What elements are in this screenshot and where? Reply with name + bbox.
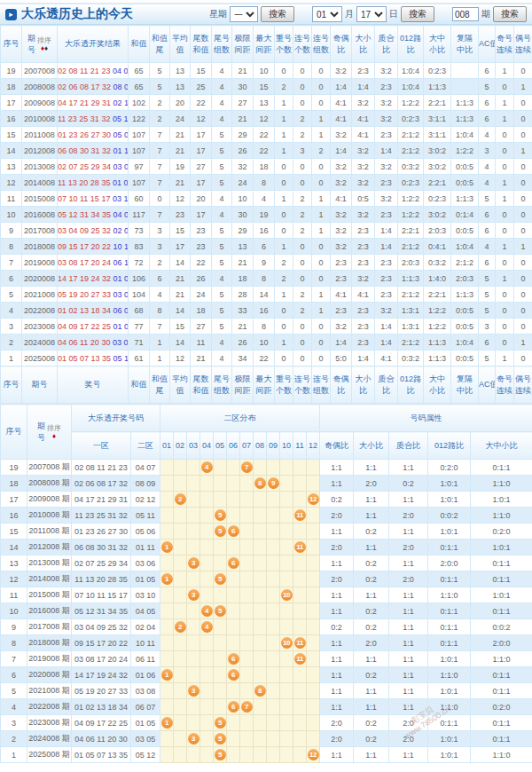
attr-cell: 0:1:1 — [471, 603, 532, 619]
number-ball: 3 — [188, 589, 200, 601]
stat-cell: 13 — [170, 79, 191, 95]
sort-desc-icon[interactable]: ♦ — [44, 44, 48, 52]
zone-cell — [280, 476, 293, 492]
zone-cell — [214, 460, 227, 476]
zone-cell — [240, 667, 254, 683]
front-zone-cell: 04 06 11 20 30 — [72, 731, 131, 747]
issue-cell: 2022008 期 — [27, 699, 72, 715]
sort-control[interactable]: 排序♦♦ — [37, 36, 51, 52]
zone-cell — [280, 603, 293, 619]
front-zone-numbers: 01 02 13 18 34 — [58, 306, 111, 315]
stat-cell: 3:2 — [375, 159, 398, 175]
zone-cell — [293, 683, 307, 699]
attr-cell: 1:1 — [389, 651, 428, 667]
zone-table-header-groups: 序号期号排序♦大乐透开奖号码二区分布号码属性 — [1, 405, 532, 432]
attr-header: 012路比 — [428, 432, 471, 460]
zone-cell-hit: 4 — [200, 460, 214, 476]
stat-cell: 65 — [129, 79, 150, 95]
stat-cell: 1:4 — [331, 79, 352, 95]
zone-cell — [160, 747, 174, 763]
zone-cell-hit: 5 — [214, 603, 227, 619]
stat-cell: 106 — [129, 271, 150, 287]
zone-cell — [227, 715, 240, 731]
zone-cell — [187, 571, 200, 587]
stat-cell: 0 — [293, 239, 312, 255]
month-select[interactable]: 01 — [312, 6, 342, 22]
zone-cell — [227, 492, 240, 508]
t1-column-header: 大中小比 — [424, 26, 451, 63]
stat-cell: 117 — [129, 207, 150, 223]
front-zone-cell: 01 02 13 18 34 — [72, 699, 131, 715]
attr-cell: 2:0 — [320, 508, 354, 524]
zone-cell-hit: 10 — [280, 635, 293, 651]
stat-cell: 2 — [275, 271, 293, 287]
stat-cell: 32 — [232, 159, 254, 175]
stat-cell: 5 — [479, 351, 496, 366]
sort-control[interactable]: 排序♦ — [47, 424, 61, 440]
seq-cell: 11 — [1, 587, 27, 603]
stat-cell: 0 — [514, 255, 532, 271]
stat-cell: 2:3 — [375, 175, 398, 191]
day-select[interactable]: 17 — [356, 6, 387, 22]
stat-cell: 2:1:2 — [398, 143, 424, 159]
issue-cell: 2024008 — [22, 335, 58, 351]
stat-cell: 21 — [170, 287, 191, 303]
zone1-header: 一区 — [72, 432, 131, 460]
stat-cell: 2 — [312, 143, 331, 159]
front-zone-numbers: 01 05 07 13 35 — [58, 354, 111, 363]
stat-cell: 3:2 — [331, 239, 352, 255]
stat-cell: 0 — [293, 335, 312, 351]
front-zone-cell: 06 08 30 31 32 — [72, 540, 131, 555]
zone-cell — [267, 508, 280, 524]
stat-cell: 0 — [150, 191, 170, 207]
stat-cell: 5 — [479, 79, 496, 95]
t1-footer-column-header: AC值 — [479, 366, 496, 404]
front-zone-numbers: 03 08 17 20 24 — [58, 258, 111, 267]
number-ball: 6 — [228, 653, 239, 665]
number-ball: 1 — [161, 541, 173, 553]
zone-cell — [160, 555, 174, 571]
attr-cell: 1:0:1 — [428, 731, 471, 747]
stat-cell: 5 — [212, 319, 232, 335]
stat-cell: 122 — [129, 111, 150, 127]
result-cell: 09 15 17 20 22 10 11 — [58, 239, 129, 255]
issue-cell: 2021008 期 — [27, 683, 72, 699]
number-ball: 6 — [228, 525, 239, 537]
stat-cell: 0:2:3 — [398, 175, 424, 191]
issue-input[interactable] — [452, 7, 479, 21]
t1-column-header: 连号组数 — [312, 26, 331, 63]
zone-cell — [307, 508, 320, 524]
stat-cell: 4 — [212, 271, 232, 287]
week-select[interactable]: 一 — [230, 6, 258, 22]
search-date-button[interactable]: 搜索 — [401, 6, 434, 22]
zone-cell-header: 10 — [280, 432, 293, 460]
zone-cell — [214, 635, 227, 651]
zone-cell — [227, 619, 240, 635]
stat-cell: 3:2 — [331, 319, 352, 335]
zone-cell — [187, 635, 200, 651]
front-zone-numbers: 04 17 21 29 31 — [58, 98, 111, 107]
zone-cell — [227, 635, 240, 651]
stat-cell: 24 — [232, 175, 254, 191]
search-issue-button[interactable]: 搜索 — [493, 6, 527, 22]
stat-cell: 1 — [496, 111, 514, 127]
attr-cell: 0:2 — [354, 571, 389, 587]
attr-cell: 0:1:1 — [471, 731, 532, 747]
stat-cell: 0 — [293, 95, 312, 111]
zone-cell-hit: 5 — [214, 747, 227, 763]
zone-cell-hit: 4 — [200, 619, 214, 635]
result-cell: 01 02 13 18 34 06 07 — [58, 303, 129, 319]
sort-asc-icon[interactable]: ♦ — [52, 432, 56, 440]
stat-cell: 0:3:2 — [424, 255, 451, 271]
issue-cell: 2010008 — [22, 111, 58, 127]
front-zone-cell: 04 09 17 22 25 — [72, 715, 131, 731]
zone-cell — [187, 460, 200, 476]
zone-cell — [240, 619, 254, 635]
stats-table-header: 序号期号排序♦♦大乐透开奖结果和值和值尾平均值尾数和值尾号组数极限间距最大间距重… — [1, 26, 532, 63]
stats-row: 17200900804 17 21 29 31 02 1210222022427… — [1, 95, 532, 111]
title-arrow-icon: ▸ — [5, 9, 17, 20]
search-week-button[interactable]: 搜索 — [261, 6, 294, 22]
stats-row: 13201300802 07 25 29 34 03 0697719275321… — [1, 159, 532, 175]
zone-cell — [293, 476, 307, 492]
zone-cell-header: 03 — [187, 432, 200, 460]
